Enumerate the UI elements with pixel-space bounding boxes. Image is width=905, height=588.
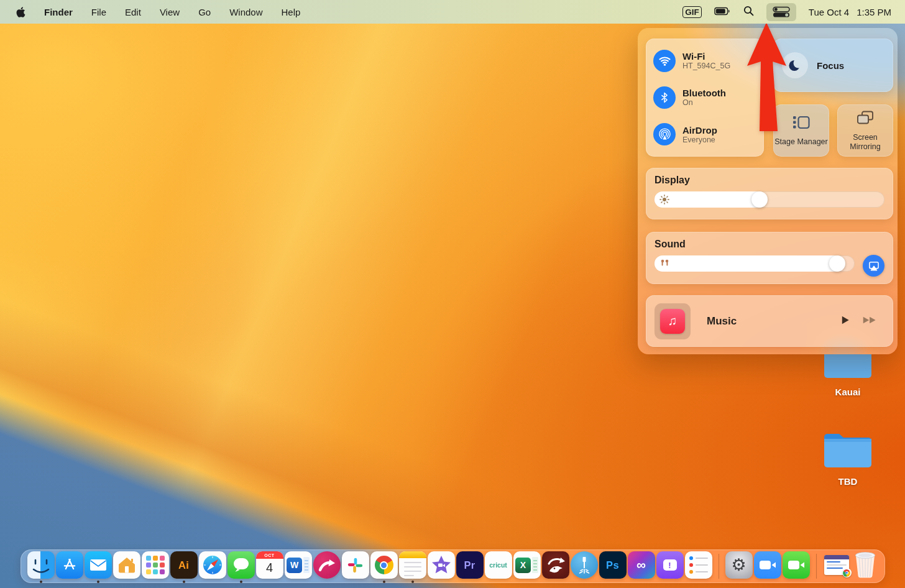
wifi-icon[interactable] (653, 50, 676, 72)
dock-minimized-browser-window[interactable] (823, 551, 850, 581)
dock-system-settings[interactable]: ⚙ (725, 551, 753, 581)
menu-window[interactable]: Window (229, 7, 262, 17)
running-indicator (97, 581, 99, 583)
chrome-badge-icon (842, 568, 852, 577)
bluetooth-label: Bluetooth (682, 88, 726, 98)
chrome-logo-icon (375, 556, 393, 574)
volume-slider[interactable] (655, 255, 855, 272)
dock-photoshop[interactable]: Ps (599, 551, 627, 581)
running-indicator (40, 581, 42, 583)
dock-app-store[interactable] (56, 551, 83, 581)
screen-mirroring-card[interactable]: Screen Mirroring (837, 104, 893, 157)
dock-launchpad[interactable] (142, 551, 169, 581)
dock-divider (719, 554, 719, 579)
menu-file[interactable]: File (91, 7, 106, 17)
running-indicator (240, 581, 242, 583)
dock-laser-engraver[interactable] (571, 551, 598, 581)
reminders-rows-icon (689, 556, 708, 574)
dock-messages[interactable] (227, 551, 255, 581)
dock-mail[interactable] (85, 551, 112, 581)
music-fast-forward-button[interactable] (862, 315, 878, 328)
desktop-wallpaper: Finder File Edit View Go Window Help GIF… (0, 0, 905, 588)
brightness-sun-icon (659, 195, 669, 207)
dock-notes[interactable] (399, 551, 426, 581)
stage-manager-label: Stage Manager (774, 137, 827, 146)
screen-mirroring-icon (856, 110, 875, 129)
dock-chrome[interactable] (370, 551, 398, 581)
music-label: Music (707, 315, 737, 328)
gear-icon: ⚙ (731, 557, 746, 574)
calendar-day: 4 (266, 561, 273, 575)
dock-reminders[interactable] (685, 551, 712, 581)
menu-edit[interactable]: Edit (125, 7, 141, 17)
dock-cricut[interactable]: cricut (485, 551, 512, 581)
gif-menu-extra[interactable]: GIF (682, 6, 702, 18)
premiere-glyph: Pr (464, 559, 475, 571)
bluetooth-state: On (682, 98, 726, 107)
music-card: ♫ Music (646, 295, 893, 347)
dock-premiere-pro[interactable]: Pr (456, 551, 484, 581)
dock-purple-alert-app[interactable]: ! (656, 551, 684, 581)
dock-creative-cloud[interactable]: ∞ (628, 551, 655, 581)
dock-slack[interactable] (342, 551, 369, 581)
airpods-icon (659, 259, 670, 271)
illustrator-glyph: Ai (178, 559, 189, 571)
dock-excel[interactable]: X (513, 551, 541, 581)
apple-menu-icon[interactable] (16, 6, 25, 18)
dock-home[interactable] (113, 551, 140, 581)
dock-divider (816, 554, 817, 579)
screen-mirroring-label: Screen Mirroring (837, 133, 893, 151)
photoshop-glyph: Ps (606, 559, 619, 571)
launchpad-grid-icon (146, 556, 165, 574)
menu-go[interactable]: Go (198, 7, 211, 17)
alert-bubble-icon: ! (663, 559, 677, 571)
running-indicator (183, 581, 185, 583)
dock-zoom[interactable] (754, 551, 781, 581)
spotlight-search-icon[interactable] (743, 6, 754, 18)
dock-illustrator[interactable]: Ai (170, 551, 198, 581)
notes-yellow-band (399, 551, 426, 558)
music-play-button[interactable] (838, 314, 851, 329)
folder-icon (821, 430, 875, 470)
clock-date: Tue Oct 4 (809, 7, 849, 17)
dock-imovie[interactable] (428, 551, 455, 581)
control-center-icon[interactable] (766, 3, 796, 21)
menu-view[interactable]: View (160, 7, 180, 17)
menu-app-finder[interactable]: Finder (44, 7, 73, 17)
brightness-knob[interactable] (751, 191, 768, 208)
red-arrow-annotation (740, 19, 796, 137)
sound-card: Sound (646, 232, 893, 284)
folder-tbd[interactable]: TBD (819, 430, 876, 487)
folder-label: TBD (838, 476, 858, 487)
airdrop-icon[interactable] (653, 123, 676, 145)
dock-trash[interactable] (852, 551, 879, 581)
music-app-tile[interactable]: ♫ (655, 303, 691, 339)
airplay-button[interactable] (863, 255, 884, 277)
dock-calendar[interactable]: OCT 4 (256, 551, 283, 581)
wifi-network-name: HT_594C_5G (682, 62, 730, 70)
dock-word[interactable]: W (285, 551, 312, 581)
airdrop-label: AirDrop (682, 125, 717, 136)
excel-glyph: X (515, 558, 531, 573)
notes-lines (404, 562, 421, 576)
folder-label: Kauai (835, 387, 861, 397)
clock-time: 1:35 PM (857, 7, 891, 17)
music-app-icon: ♫ (660, 309, 685, 334)
sound-title: Sound (655, 239, 884, 250)
battery-icon[interactable] (714, 6, 731, 18)
dock-dragonframe[interactable] (542, 551, 569, 581)
volume-knob[interactable] (829, 255, 845, 272)
calendar-month: OCT (256, 551, 283, 559)
dock-facetime[interactable] (783, 551, 810, 581)
dock-skitch[interactable] (313, 551, 341, 581)
word-glyph: W (287, 558, 302, 573)
running-indicator (411, 581, 414, 583)
menu-help[interactable]: Help (282, 7, 301, 17)
bluetooth-icon[interactable] (653, 86, 676, 109)
menu-bar-clock[interactable]: Tue Oct 4 1:35 PM (809, 7, 891, 17)
dock-finder[interactable] (27, 551, 55, 581)
dock-safari[interactable] (199, 551, 226, 581)
minimized-window-thumbnail (824, 555, 849, 575)
brightness-slider[interactable] (655, 191, 884, 208)
cricut-wordmark: cricut (489, 561, 507, 569)
